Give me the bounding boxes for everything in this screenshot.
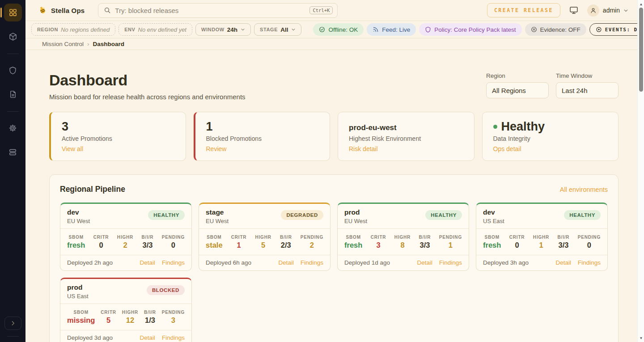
card-link-findings[interactable]: Findings [578,259,601,266]
stat-value: fresh [344,241,362,249]
status-badge: HEALTHY [148,210,185,220]
highest-risk-card: prod-eu-west Highest Risk Environment Ri… [338,112,475,161]
page-title: Dashboard [49,72,246,89]
stat-sbom: SBOMmissing [67,310,95,325]
env-region: EU West [67,218,90,224]
stat-value: 5 [101,316,116,325]
document-icon [9,90,17,98]
sidebar-item-documents[interactable] [4,85,22,103]
stat-label: PENDING [301,235,323,240]
chip-label: ENV [124,27,135,32]
view-all-link[interactable]: View all [62,145,83,152]
brand-name: Stella Ops [51,7,85,14]
stat-label: PENDING [162,235,185,240]
brand[interactable]: Stella Ops [38,6,85,15]
card-link-findings[interactable]: Findings [162,259,185,266]
stats-row: SBOMfreshCRITR0HIGHR2B/I/R3/3PENDING0 [60,229,191,255]
chip-value: All [280,26,288,33]
status-label: Feed: Live [382,26,410,33]
grid-icon [8,8,17,17]
review-link[interactable]: Review [206,145,227,152]
ops-detail-link[interactable]: Ops detail [493,145,521,152]
search-bar[interactable]: Ctrl+K [98,3,338,18]
stat-label: B/I/R [280,235,292,240]
create-release-button[interactable]: CREATE RELEASE [487,3,560,17]
stat-value: fresh [67,241,85,249]
stat-label: HIGHR [533,235,549,240]
deployed-label: Deployed 3h ago [483,259,529,266]
sidebar-item-releases[interactable] [4,28,22,46]
policy-status-pill: Policy: Core Policy Pack latest [419,23,521,36]
stat-pending: PENDING3 [162,310,185,325]
card-link-findings[interactable]: Findings [162,334,185,341]
evidence-status-pill: Evidence: OFF [525,23,586,36]
card-link-detail[interactable]: Detail [278,259,294,266]
scroll-up-arrow[interactable]: ▲ [638,1,644,7]
stage-chip[interactable]: STAGE All [254,23,301,36]
servers-icon [8,148,17,156]
stat-value: 1 [439,241,462,249]
stat-label: HIGHR [117,235,133,240]
breadcrumb-mission-control[interactable]: Mission Control [42,41,84,47]
pipeline-grid: dev EU West HEALTHY SBOMfreshCRITR0HIGHR… [60,203,608,342]
chip-label: REGION [37,27,58,32]
search-input[interactable] [115,7,305,14]
sidebar-item-dashboard[interactable] [4,4,22,21]
sidebar-item-security[interactable] [4,61,22,79]
stat-label: B/I/R [142,235,154,240]
stat-bir: B/I/R2/3 [280,235,292,249]
card-link-detail[interactable]: Detail [140,259,155,266]
vertical-scrollbar[interactable]: ▲ ▼ [637,0,644,342]
green-status-dot [493,125,497,129]
window-chip[interactable]: WINDOW 24h [195,23,251,36]
sidebar-divider [7,111,19,112]
pipeline-card: dev US East HEALTHY SBOMfreshCRITR0HIGHR… [476,203,608,271]
app-root: Stella Ops Ctrl+K CREATE RELEASE [0,0,644,342]
card-link-detail[interactable]: Detail [140,334,155,341]
region-select[interactable]: All Regions [486,82,549,98]
stat-pending: PENDING0 [162,235,185,249]
card-link-findings[interactable]: Findings [301,259,323,266]
stat-label: CRITR [101,310,116,315]
all-environments-link[interactable]: All environments [560,186,608,193]
card-label: Data Integrity [493,135,608,142]
sidebar-item-settings[interactable] [4,119,22,137]
blocked-promotions-card: 1 Blocked Promotions Review [194,112,330,161]
sidebar-item-servers[interactable] [4,143,22,161]
stat-value: 1/3 [144,316,156,325]
stats-row: SBOMmissingCRITR5HIGHR12B/I/R1/3PENDING3 [60,304,191,330]
stat-highr: HIGHR1 [533,235,549,249]
card-link-detail[interactable]: Detail [417,259,432,266]
risk-detail-link[interactable]: Risk detail [349,145,378,152]
scroll-down-arrow[interactable]: ▼ [638,335,644,341]
card-link-findings[interactable]: Findings [439,259,462,266]
scrollbar-thumb[interactable] [639,8,643,92]
stat-pending: PENDING0 [578,235,601,249]
stat-value: 8 [394,241,411,249]
stat-value: 2 [301,241,323,249]
stat-value: 3 [371,241,386,249]
stat-label: HIGHR [122,310,138,315]
stat-label: CRITR [509,235,525,240]
chevron-down-icon [291,27,296,32]
stat-value: 5 [255,241,271,249]
chevron-right-icon: › [87,41,89,47]
stat-highr: HIGHR2 [117,235,133,249]
avatar [587,4,599,17]
card-label: Highest Risk Environment [349,135,463,142]
card-link-detail[interactable]: Detail [555,259,571,266]
stat-label: SBOM [483,235,501,240]
stat-value: 3/3 [558,241,570,249]
topbar: Stella Ops Ctrl+K CREATE RELEASE [25,0,644,21]
sidebar-collapse-button[interactable] [4,317,21,330]
env-name: stage [206,208,229,216]
user-menu[interactable]: admin [587,4,628,17]
stat-value: 0 [578,241,601,249]
stat-critr: CRITR3 [371,235,386,249]
display-icon[interactable] [569,6,578,15]
stat-critr: CRITR5 [101,310,116,325]
time-window-select-value: Last 24h [562,87,588,94]
stat-label: PENDING [162,310,185,315]
breadcrumb: Mission Control › Dashboard [25,38,644,50]
time-window-select[interactable]: Last 24h [556,82,619,98]
